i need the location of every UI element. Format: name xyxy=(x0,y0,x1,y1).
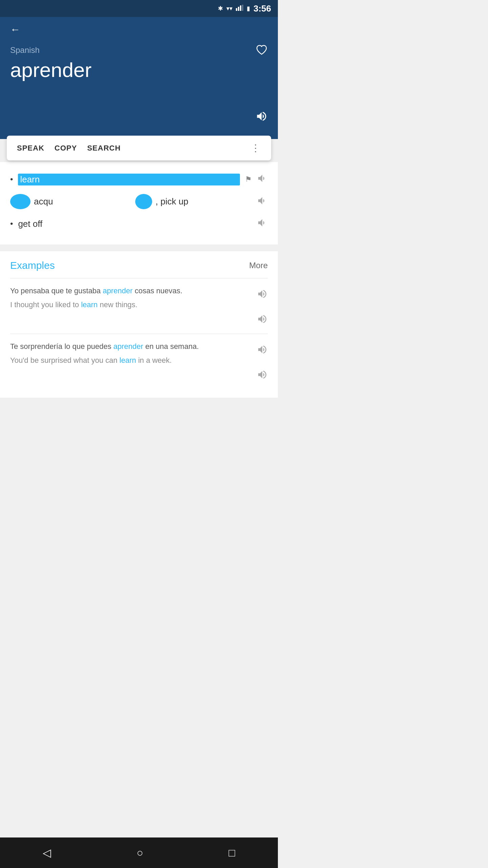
example-highlight-learn-1: learn xyxy=(81,300,98,309)
translation-word-acquire-rest: , pick up xyxy=(156,196,253,207)
examples-title: Examples xyxy=(10,260,55,271)
speak-button[interactable]: SPEAK xyxy=(17,144,44,153)
example-highlight-aprender-2: aprender xyxy=(114,342,143,351)
example-sound-spanish-2[interactable] xyxy=(257,344,268,357)
example-item-2: Te sorprendería lo que puedes aprender e… xyxy=(10,334,268,389)
examples-section: Examples More Yo pensaba que te gustaba … xyxy=(0,251,278,398)
example-sound-spanish-1[interactable] xyxy=(257,289,268,302)
example-text-block-1: Yo pensaba que te gustaba aprender cosas… xyxy=(10,285,252,310)
flag-icon: ⚑ xyxy=(245,175,252,184)
battery-icon: ▮ xyxy=(247,5,250,12)
more-options-button[interactable]: ⋮ xyxy=(251,142,261,154)
header: ← Spanish aprender xyxy=(0,17,278,139)
example-sound-english-2[interactable] xyxy=(257,369,268,382)
svg-rect-3 xyxy=(242,5,243,11)
sound-button-getoff[interactable] xyxy=(257,217,268,230)
translation-item-acquire: acqu , pick up xyxy=(10,190,268,213)
signal-icon xyxy=(236,5,243,13)
example-english-2: You'd be surprised what you can learn in… xyxy=(10,355,252,366)
example-sound-group-1 xyxy=(257,285,268,327)
example-highlight-learn-2: learn xyxy=(120,356,136,364)
translation-word-acquire: acqu xyxy=(34,196,132,207)
nav-home-button[interactable]: ○ xyxy=(137,847,143,859)
selection-blob-left xyxy=(10,194,30,209)
bullet-point: • xyxy=(10,175,13,184)
example-highlight-aprender-1: aprender xyxy=(103,287,133,295)
bullet-point: • xyxy=(10,219,13,229)
language-label: Spanish xyxy=(10,45,268,55)
example-item-1: Yo pensaba que te gustaba aprender cosas… xyxy=(10,278,268,334)
copy-button[interactable]: COPY xyxy=(55,144,77,153)
example-text-block-2: Te sorprendería lo que puedes aprender e… xyxy=(10,341,252,366)
status-bar: ✱ ▾▾ ▮ 3:56 xyxy=(0,0,278,17)
example-sound-group-2 xyxy=(257,341,268,382)
bluetooth-icon: ✱ xyxy=(218,5,223,12)
translations-section: • learn ⚑ acqu , pick up • get off xyxy=(0,162,278,244)
translation-word-getoff: get off xyxy=(18,219,252,229)
favorite-button[interactable] xyxy=(256,44,268,59)
more-link[interactable]: More xyxy=(249,261,268,270)
wifi-icon: ▾▾ xyxy=(226,5,232,12)
nav-back-button[interactable]: ◁ xyxy=(43,846,51,859)
word-title: aprender xyxy=(10,58,268,82)
sound-button-learn[interactable] xyxy=(257,173,268,186)
example-spanish-2: Te sorprendería lo que puedes aprender e… xyxy=(10,341,252,352)
example-english-1: I thought you liked to learn new things. xyxy=(10,299,252,310)
search-button[interactable]: SEARCH xyxy=(87,144,121,153)
context-menu-bar: SPEAK COPY SEARCH ⋮ xyxy=(7,136,271,160)
svg-rect-2 xyxy=(240,5,241,11)
bottom-navigation: ◁ ○ □ xyxy=(0,837,278,868)
translation-item: • learn ⚑ xyxy=(10,169,268,190)
sound-button-acquire[interactable] xyxy=(257,195,268,208)
examples-header: Examples More xyxy=(10,260,268,271)
status-time: 3:56 xyxy=(253,3,271,14)
svg-rect-1 xyxy=(238,7,239,11)
svg-rect-0 xyxy=(236,8,237,11)
status-icons: ✱ ▾▾ ▮ 3:56 xyxy=(218,3,271,14)
back-button[interactable]: ← xyxy=(10,24,20,35)
selection-blob-right xyxy=(135,194,152,209)
example-sound-english-1[interactable] xyxy=(257,314,268,327)
nav-recents-button[interactable]: □ xyxy=(229,847,235,859)
translation-item-getoff: • get off xyxy=(10,213,268,234)
header-speaker-button[interactable] xyxy=(256,110,268,125)
translation-word-learn: learn xyxy=(18,174,240,185)
example-spanish-1: Yo pensaba que te gustaba aprender cosas… xyxy=(10,285,252,296)
